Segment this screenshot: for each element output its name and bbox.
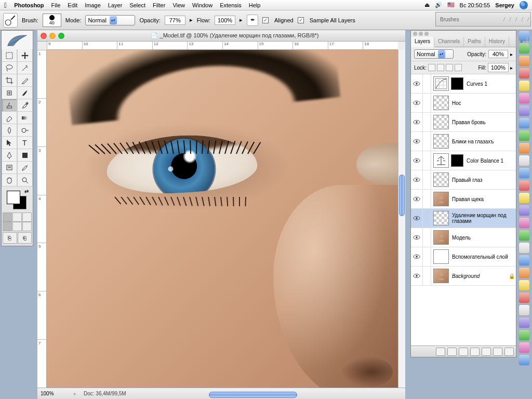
opacity-arrow-icon[interactable]: ▸ [190, 17, 193, 23]
tab-paths[interactable]: Paths [464, 37, 485, 47]
dock-icon[interactable] [518, 167, 530, 179]
layer-name[interactable]: Правая бровь [451, 119, 516, 125]
adjustment-layer-icon[interactable] [482, 348, 491, 356]
eject-icon[interactable]: ⏏ [424, 2, 430, 8]
layer-name[interactable]: Правый глаз [451, 177, 516, 183]
dock-icon[interactable] [518, 342, 530, 353]
layer-visibility-icon[interactable] [411, 209, 423, 228]
history-brush-tool[interactable] [17, 99, 33, 112]
current-tool-icon[interactable] [3, 13, 18, 28]
hand-tool[interactable] [2, 174, 17, 187]
dock-icon[interactable] [518, 280, 530, 291]
tab-layers[interactable]: Layers [411, 37, 434, 47]
pen-tool[interactable] [2, 149, 17, 162]
layer-link-well[interactable] [423, 267, 431, 285]
layer-thumb[interactable] [433, 192, 449, 206]
layer-row[interactable]: Правый глаз [411, 170, 516, 190]
dock-icon[interactable] [518, 205, 530, 216]
canvas[interactable] [47, 50, 398, 388]
dock-icon[interactable] [518, 292, 530, 303]
dock-icon[interactable] [518, 80, 530, 91]
layer-visibility-icon[interactable] [411, 170, 423, 189]
layer-name[interactable]: Background [451, 273, 509, 279]
layer-thumb[interactable] [433, 76, 449, 91]
scroll-thumb-h[interactable] [209, 392, 297, 398]
airbrush-toggle-icon[interactable]: ✒ [247, 15, 258, 26]
dock-icon[interactable] [518, 155, 530, 166]
path-select-tool[interactable] [2, 137, 17, 149]
dock-icon[interactable] [518, 117, 530, 129]
layer-thumb[interactable] [433, 153, 449, 168]
layer-row[interactable]: Модель [411, 228, 516, 247]
layer-thumb[interactable] [433, 96, 449, 110]
menu-file[interactable]: File [51, 2, 61, 8]
layer-row[interactable]: Background🔒 [411, 267, 516, 286]
menu-view[interactable]: View [172, 2, 185, 8]
slice-tool[interactable] [17, 74, 33, 87]
clone-stamp-tool[interactable] [2, 99, 17, 112]
flow-arrow-icon[interactable]: ▸ [240, 17, 243, 23]
jump-other-icon[interactable]: ⎗ [18, 232, 32, 244]
color-swatches[interactable]: ⇄ [4, 189, 31, 211]
tab-history[interactable]: History [485, 37, 509, 47]
layer-link-well[interactable] [423, 228, 431, 247]
horizontal-scrollbar[interactable] [167, 391, 384, 399]
gradient-tool[interactable] [17, 112, 33, 124]
marquee-tool[interactable] [2, 49, 17, 62]
layer-row[interactable]: Блики на глазахъ [411, 132, 516, 151]
spotlight-icon[interactable]: 🔍 [520, 1, 528, 9]
layer-name[interactable]: Правая щека [451, 196, 516, 202]
fullscreen-icon[interactable] [22, 222, 32, 231]
panel-menu-icon[interactable]: ▸ [517, 37, 527, 47]
layer-visibility-icon[interactable] [411, 151, 423, 170]
opacity-input[interactable]: 77% [165, 16, 185, 25]
dock-icon[interactable] [518, 142, 530, 154]
layer-visibility-icon[interactable] [411, 113, 423, 131]
quickmask-mode-icon[interactable] [12, 212, 22, 222]
dock-icon[interactable] [518, 329, 530, 341]
layer-row[interactable]: Нос [411, 94, 516, 113]
layer-blend-select[interactable]: Normal▴▾ [414, 49, 454, 59]
layer-visibility-icon[interactable] [411, 132, 423, 151]
layer-row[interactable]: Правая щека [411, 190, 516, 209]
lock-all-icon[interactable] [455, 64, 462, 71]
scroll-thumb[interactable] [399, 175, 405, 216]
layer-visibility-icon[interactable] [411, 247, 423, 266]
crop-tool[interactable] [2, 74, 17, 87]
layer-visibility-icon[interactable] [411, 94, 423, 112]
lock-pixels-icon[interactable] [437, 64, 444, 71]
layer-visibility-icon[interactable] [411, 74, 423, 93]
layer-thumb[interactable] [433, 249, 449, 264]
layer-thumb[interactable] [433, 115, 449, 129]
layer-mask-thumb[interactable] [451, 77, 463, 90]
layer-thumb[interactable] [433, 269, 449, 283]
dock-icon[interactable] [518, 180, 530, 191]
menu-extensis[interactable]: Extensis [220, 2, 242, 8]
dock-icon[interactable] [518, 192, 530, 204]
eraser-tool[interactable] [2, 112, 17, 124]
standard-screen-icon[interactable] [3, 222, 12, 231]
input-flag-icon[interactable]: 🇺🇸 [447, 2, 455, 8]
layer-name[interactable]: Нос [451, 100, 516, 106]
apple-menu-icon[interactable]:  [4, 1, 7, 9]
zoom-level[interactable]: 100% [37, 391, 74, 396]
swap-colors-icon[interactable]: ⇄ [24, 189, 29, 194]
eyedropper-tool[interactable] [17, 162, 33, 174]
menu-select[interactable]: Select [129, 2, 145, 8]
window-close-icon[interactable] [41, 33, 47, 39]
dock-icon[interactable] [518, 255, 530, 266]
dock-icon[interactable] [518, 354, 530, 366]
layer-row[interactable]: Вспомогательный слой [411, 247, 516, 267]
dock-icon[interactable] [518, 105, 530, 116]
layer-link-well[interactable] [423, 113, 431, 131]
dock-icon[interactable] [518, 55, 530, 66]
layer-link-well[interactable] [423, 132, 431, 151]
healing-tool[interactable] [2, 87, 17, 99]
layer-link-well[interactable] [423, 94, 431, 112]
layer-row[interactable]: Curves 1 [411, 74, 516, 94]
dock-icon[interactable] [518, 130, 530, 141]
dock-icon[interactable] [518, 304, 530, 316]
flow-input[interactable]: 100% [215, 16, 235, 25]
layer-name[interactable]: Color Balance 1 [466, 158, 516, 164]
layer-link-well[interactable] [423, 74, 431, 93]
